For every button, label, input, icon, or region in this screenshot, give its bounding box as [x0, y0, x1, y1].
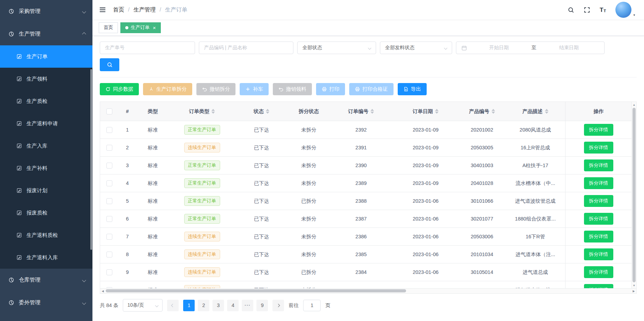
tab-production-orders[interactable]: 生产订单 × [120, 22, 161, 33]
column-header[interactable]: 订单类型 [169, 102, 235, 121]
sort-carets-icon[interactable] [370, 109, 374, 114]
select-all-checkbox[interactable] [106, 109, 112, 114]
fullscreen-icon[interactable] [584, 7, 590, 13]
sidebar-menu: 采购管理生产管理生产订单生产领料生产质检生产退料申请生产入库生产补料报废计划报废… [0, 0, 92, 314]
cell-product-desc: A柱扶手-17 [506, 157, 565, 174]
pagination-page[interactable]: 2 [198, 300, 209, 311]
split-detail-button[interactable]: 拆分详情 [584, 159, 613, 171]
column-header[interactable]: 产品描述 [506, 102, 565, 121]
row-checkbox[interactable] [106, 163, 112, 169]
split-detail-button[interactable]: 拆分详情 [584, 213, 613, 225]
status-select[interactable]: 全部状态 [297, 42, 376, 54]
split-detail-button[interactable]: 拆分详情 [584, 124, 613, 136]
sort-carets-icon[interactable] [545, 109, 548, 114]
page-size-select[interactable]: 10条/页 [123, 299, 163, 312]
toolbar-button[interactable]: 导出 [398, 83, 427, 95]
breadcrumb-home[interactable]: 首页 [113, 6, 124, 14]
sort-carets-icon[interactable] [435, 109, 439, 114]
pagination-page[interactable]: 9 [256, 300, 268, 311]
column-header[interactable]: 状态 [235, 102, 288, 121]
toolbar-button[interactable]: 撤销拆分 [196, 83, 235, 95]
sidebar-group-label: 采购管理 [19, 8, 40, 15]
horizontal-scrollbar[interactable]: ◀ ▶ [100, 289, 637, 294]
sidebar-item[interactable]: 生产补料 [0, 157, 92, 179]
sidebar-item[interactable]: 生产质检 [0, 90, 92, 112]
split-detail-button[interactable]: 拆分详情 [584, 231, 613, 242]
split-detail-button[interactable]: 拆分详情 [584, 266, 613, 278]
breadcrumb-production-management[interactable]: 生产管理 [133, 6, 156, 14]
row-checkbox[interactable] [106, 252, 112, 257]
goto-page-input[interactable] [303, 300, 321, 311]
prev-page-button[interactable] [167, 300, 179, 311]
sidebar-item[interactable]: 报废质检 [0, 202, 92, 224]
toolbar-button[interactable]: 打印合格证 [349, 83, 394, 95]
column-header-label: 拆分状态 [299, 108, 319, 115]
sidebar-item[interactable]: 生产退料入库 [0, 246, 92, 269]
sidebar-scrollbar[interactable] [90, 69, 92, 250]
vertical-scrollbar[interactable]: ▲ ▼ [631, 102, 636, 288]
date-range-picker[interactable]: 开始日期 至 结束日期 [456, 42, 605, 54]
production-no-input[interactable]: 生产单号 [100, 42, 195, 54]
split-detail-button[interactable]: 拆分详情 [584, 177, 613, 189]
search-row [100, 58, 637, 71]
sort-carets-icon[interactable] [492, 109, 495, 114]
pagination-page[interactable]: 1 [183, 300, 195, 311]
row-checkbox[interactable] [106, 127, 112, 133]
search-button[interactable] [100, 58, 119, 71]
row-checkbox[interactable] [106, 198, 112, 204]
row-checkbox[interactable] [106, 269, 112, 275]
row-checkbox[interactable] [106, 145, 112, 151]
toolbar-button[interactable]: 生产订单拆分 [143, 83, 192, 95]
chevron-left-icon [171, 304, 175, 307]
sidebar-item[interactable]: 生产入库 [0, 135, 92, 157]
split-detail-button[interactable]: 拆分详情 [584, 248, 613, 260]
column-header[interactable]: 订单日期 [393, 102, 458, 121]
split-detail-button[interactable]: 拆分详情 [584, 195, 613, 207]
avatar[interactable] [615, 2, 631, 18]
toolbar-button[interactable]: 撤销领料 [273, 83, 312, 95]
close-icon[interactable]: × [153, 25, 156, 31]
pagination-page[interactable]: 4 [227, 300, 239, 311]
scroll-left-icon[interactable]: ◀ [100, 289, 105, 293]
pagination-page[interactable]: 3 [212, 300, 224, 311]
sidebar-group[interactable]: 采购管理 [0, 0, 92, 23]
search-icon[interactable] [568, 7, 574, 13]
sort-carets-icon[interactable] [211, 109, 215, 114]
font-size-icon[interactable]: TT [600, 7, 606, 13]
sidebar-item[interactable]: 生产订单 [0, 45, 92, 68]
sidebar-group[interactable]: 仓库管理 [0, 269, 92, 291]
pagination-more[interactable]: ··· [242, 300, 253, 311]
scroll-right-icon[interactable]: ▶ [631, 289, 636, 293]
vertical-scroll-thumb[interactable] [632, 108, 636, 282]
sidebar-group[interactable]: 生产管理 [0, 23, 92, 45]
split-detail-button[interactable]: 拆分详情 [584, 284, 613, 288]
sidebar-item[interactable]: 生产领料 [0, 68, 92, 90]
column-header[interactable]: 订单编号 [329, 102, 393, 121]
split-detail-button[interactable]: 拆分详情 [584, 142, 613, 154]
toolbar-button[interactable]: 打印 [316, 83, 345, 95]
product-code-name-input[interactable]: 产品编码 | 产品名称 [199, 42, 293, 54]
edit-icon [16, 255, 22, 260]
row-checkbox[interactable] [106, 180, 112, 186]
horizontal-scroll-thumb[interactable] [106, 289, 406, 292]
scroll-down-icon[interactable]: ▼ [632, 283, 636, 288]
sidebar-item[interactable]: 报废计划 [0, 179, 92, 202]
collapse-sidebar-icon[interactable] [99, 6, 106, 14]
user-menu[interactable]: ▼ [615, 2, 636, 18]
topbar-actions: TT ▼ [568, 2, 636, 18]
column-header[interactable]: 产品编号 [458, 102, 506, 121]
cell-status: 已下达 [235, 210, 288, 227]
row-checkbox[interactable] [106, 234, 112, 240]
sidebar-item[interactable]: 生产退料申请 [0, 112, 92, 135]
sidebar-item[interactable]: 生产退料质检 [0, 224, 92, 246]
toolbar-button[interactable]: 同步数据 [100, 83, 139, 95]
toolbar-button[interactable]: 补车 [240, 83, 269, 95]
issue-status-select[interactable]: 全部发料状态 [380, 42, 452, 54]
sidebar-group[interactable]: 委外管理 [0, 291, 92, 314]
tab-home[interactable]: 首页 [99, 22, 118, 33]
scroll-up-icon[interactable]: ▲ [632, 102, 636, 107]
row-checkbox[interactable] [106, 287, 112, 289]
next-page-button[interactable] [272, 300, 284, 311]
sort-carets-icon[interactable] [266, 109, 269, 114]
row-checkbox[interactable] [106, 216, 112, 222]
